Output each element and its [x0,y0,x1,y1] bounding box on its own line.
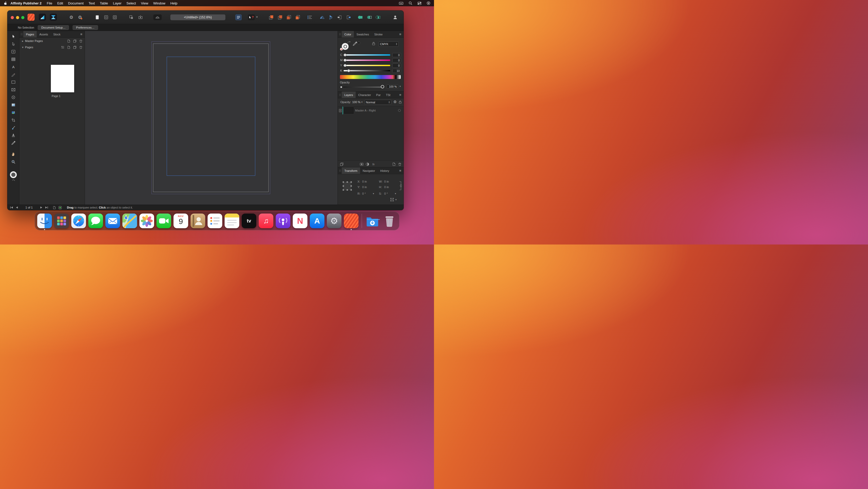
close-window-button[interactable] [11,16,14,19]
document-gear-icon[interactable]: ⚙ [69,15,74,20]
move-backward-icon[interactable] [286,15,291,20]
blend-mode-select[interactable]: Normal ▲▼ [365,100,391,105]
snapping-icon[interactable] [129,15,134,20]
tab-stroke[interactable]: Stroke [372,31,385,37]
master-pages-row[interactable]: ▸ Master Pages [20,38,85,44]
menu-text[interactable]: Text [89,1,95,5]
flip-horizontal-icon[interactable] [319,15,325,20]
delete-master-icon[interactable] [79,39,83,43]
dock-icon-system-settings[interactable]: ⚙ [327,213,341,228]
opacity-value[interactable]: 100 % [386,84,398,89]
view-margins-icon[interactable] [112,15,117,20]
picture-frame-ellipse-tool[interactable] [10,94,17,100]
alignment-icon[interactable] [307,15,313,20]
insert-behind-icon[interactable] [346,15,351,20]
add-page-icon[interactable] [67,46,70,49]
designer-persona-icon[interactable] [39,13,46,21]
frame-text-tool[interactable]: T [10,49,17,55]
dock-icon-news[interactable]: N [293,213,307,228]
flip-vertical-icon[interactable] [329,15,334,20]
dock-icon-music[interactable]: ♫ [259,213,273,228]
tab-paragraph[interactable]: Par [373,91,383,98]
layer-row[interactable]: Master A - Right [338,107,404,114]
text-frame-settings-icon[interactable] [235,15,242,20]
control-center-icon[interactable] [417,2,422,5]
h-value[interactable]: 0 in [384,185,389,189]
preferences-button[interactable]: Preferences… [72,25,98,30]
next-page-icon[interactable] [40,206,42,209]
dock-icon-podcasts[interactable] [276,213,290,228]
yellow-value[interactable]: 0 [392,63,401,68]
last-page-icon[interactable] [45,206,48,209]
dock-icon-mail[interactable] [105,213,120,228]
menu-app-name[interactable]: Affinity Publisher 2 [10,1,41,5]
menu-layer[interactable]: Layer [113,1,122,5]
menu-file[interactable]: File [46,1,52,5]
layers-opacity-value[interactable]: 100 % [352,100,360,104]
siri-icon[interactable] [427,1,430,5]
x-value[interactable]: 0 in [362,180,367,183]
tab-stock[interactable]: Stock [51,31,63,37]
tab-history[interactable]: History [378,167,392,174]
vector-crop-tool[interactable] [10,117,17,123]
dock-icon-trash[interactable] [382,213,397,228]
tab-color[interactable]: Color [342,31,354,37]
preflight-icon[interactable] [58,206,62,209]
dock-icon-app-store[interactable]: A [310,213,324,228]
lock-layer-icon[interactable] [399,100,402,104]
swap-colors-icon[interactable] [12,179,15,181]
add-master-icon[interactable] [67,39,70,43]
dock-icon-reminders[interactable] [208,213,222,228]
menu-edit[interactable]: Edit [57,1,63,5]
minimize-window-button[interactable] [16,16,19,19]
tab-swatches[interactable]: Swatches [354,31,372,37]
dock-icon-maps[interactable] [122,213,137,228]
move-to-back-icon[interactable] [295,15,300,20]
panel-drag-handle[interactable] [21,33,22,35]
color-spectrum-bar[interactable] [340,75,401,79]
node-tool[interactable] [10,41,17,47]
dock-icon-downloads[interactable] [365,213,380,228]
layer-name[interactable]: Master A - Right [355,109,376,112]
page-label[interactable]: Page 1 [45,94,67,97]
apple-menu-icon[interactable] [4,1,7,5]
spotlight-search-icon[interactable] [409,1,412,5]
menu-document[interactable]: Document [68,1,84,5]
r-value[interactable]: 0 ° [362,192,366,195]
tab-character[interactable]: Character [355,91,373,98]
panel-menu-icon[interactable]: ≡ [80,32,82,36]
duplicate-page-icon[interactable] [73,46,76,49]
menu-help[interactable]: Help [170,1,178,5]
document-setup-button[interactable]: Document Setup… [38,25,69,30]
menu-select[interactable]: Select [127,1,136,5]
view-single-page-icon[interactable] [95,15,100,20]
boolean-intersect-icon[interactable] [376,15,381,20]
zoom-tool[interactable] [10,159,17,165]
pages-icon[interactable] [53,206,56,209]
panel-drag-handle[interactable] [339,170,341,172]
dock-icon-safari[interactable] [71,213,86,228]
dock-icon-launchpad[interactable] [54,213,69,228]
list-view-icon[interactable] [61,46,64,49]
chevron-down-icon[interactable]: ▼ [395,193,397,195]
delete-page-icon[interactable] [79,46,83,49]
duplicate-master-icon[interactable] [73,39,76,43]
duplicate-layer-icon[interactable] [340,163,344,166]
layer-effects-icon[interactable]: fx [371,163,376,166]
account-icon[interactable] [392,15,398,20]
vector-brush-tool[interactable] [10,125,17,131]
tab-layers[interactable]: Layers [342,91,355,98]
fill-stroke-swatch[interactable] [10,171,17,181]
tab-transform[interactable]: Transform [342,167,360,174]
artistic-text-tool[interactable]: A [10,64,17,70]
chevron-down-icon[interactable]: ▼ [372,193,374,195]
move-to-front-icon[interactable] [269,15,274,20]
boolean-add-icon[interactable] [358,15,363,20]
keyboard-icon[interactable] [399,2,403,5]
magenta-value[interactable]: 0 [392,58,401,62]
color-picker-icon[interactable] [352,41,357,46]
fill-tool[interactable] [10,102,17,108]
move-forward-icon[interactable] [278,15,283,20]
pen-tool[interactable] [10,71,17,77]
link-dimensions-icon[interactable] [399,180,402,191]
